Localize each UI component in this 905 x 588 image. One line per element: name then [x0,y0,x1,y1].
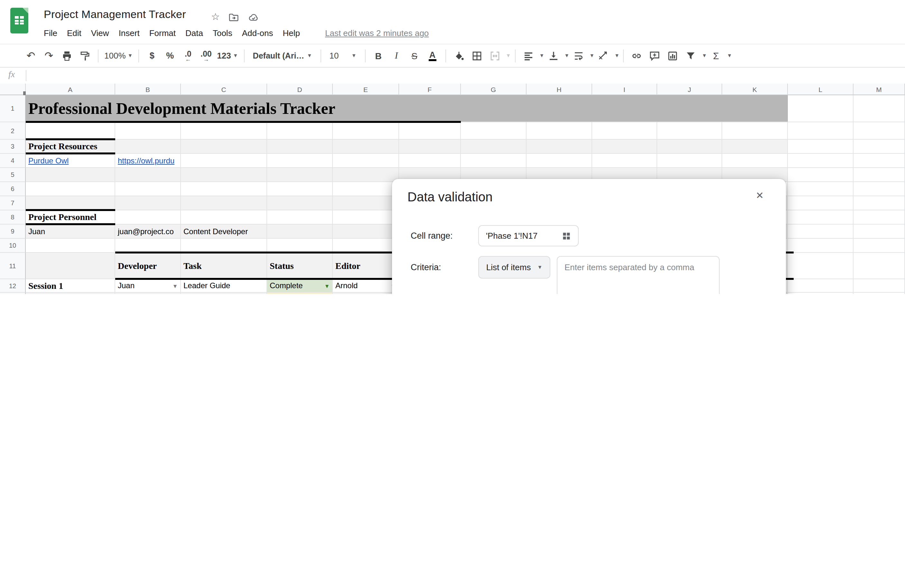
cell-K2[interactable] [722,122,788,139]
insert-chart-icon[interactable] [666,48,680,63]
cell-M6[interactable] [854,182,905,196]
font-family-select[interactable]: Default (Ari…▼ [250,48,315,63]
text-wrap-caret[interactable]: ▼ [589,53,594,59]
menu-view[interactable]: View [91,28,109,38]
cell-I4[interactable] [592,154,657,168]
cloud-saved-icon[interactable] [248,12,259,22]
cell-I2[interactable] [592,122,657,139]
undo-icon[interactable]: ↶ [24,48,38,63]
increase-decimal-icon[interactable]: .00→ [199,48,213,63]
cell-D6[interactable] [267,182,333,196]
cell-J2[interactable] [657,122,722,139]
print-icon[interactable] [60,48,74,63]
column-header-B[interactable]: B [115,84,181,95]
column-header-C[interactable]: C [181,84,267,95]
zoom-select[interactable]: 100%▼ [104,48,133,63]
cell-L6[interactable] [788,182,854,196]
cell-J3[interactable] [657,139,722,154]
text-rotation-caret[interactable]: ▼ [614,53,619,59]
row-header-4[interactable]: 4 [0,154,26,168]
cell-F4[interactable] [399,154,461,168]
vertical-align-caret[interactable]: ▼ [564,53,569,59]
cell-E2[interactable] [333,122,399,139]
cell-K3[interactable] [722,139,788,154]
cell-G3[interactable] [461,139,527,154]
cell-J4[interactable] [657,154,722,168]
cell-L1[interactable] [788,95,854,122]
column-header-A[interactable]: A [26,84,115,95]
cell-B10[interactable] [115,239,181,253]
bold-icon[interactable]: B [372,48,386,63]
cell-B2[interactable] [115,122,181,139]
insert-link-icon[interactable] [630,48,644,63]
cell-E10[interactable] [333,239,399,253]
cell-A6[interactable] [26,182,115,196]
vertical-align-icon[interactable] [546,48,560,63]
cell-L8[interactable] [788,210,854,225]
cell-L3[interactable] [788,139,854,154]
row-header-8[interactable]: 8 [0,210,26,225]
cell-dropdown-B13[interactable]: ▾ [171,293,179,294]
cell-L2[interactable] [788,122,854,139]
menu-file[interactable]: File [44,28,57,38]
row-header-7[interactable]: 7 [0,196,26,210]
cell-D7[interactable] [267,196,333,210]
filter-caret[interactable]: ▼ [702,53,707,59]
cell-M4[interactable] [854,154,905,168]
last-edit-link[interactable]: Last edit was 2 minutes ago [325,28,429,38]
cell-M3[interactable] [854,139,905,154]
cell-E6[interactable] [333,182,399,196]
cell-F3[interactable] [399,139,461,154]
row-header-9[interactable]: 9 [0,225,26,239]
cell-A2[interactable] [26,122,115,139]
cell-M7[interactable] [854,196,905,210]
cell-D2[interactable] [267,122,333,139]
cell-K4[interactable] [722,154,788,168]
menu-edit[interactable]: Edit [67,28,81,38]
cell-C7[interactable] [181,196,267,210]
cell-C8[interactable] [181,210,267,225]
insert-comment-icon[interactable] [648,48,662,63]
cell-C4[interactable] [181,154,267,168]
column-header-D[interactable]: D [267,84,333,95]
cell-C2[interactable] [181,122,267,139]
cell-L12[interactable] [788,279,854,293]
cell-E3[interactable] [333,139,399,154]
cell-L13[interactable] [788,293,854,294]
cell-dropdown-D12[interactable]: ▾ [323,279,331,293]
column-header-L[interactable]: L [788,84,854,95]
cell-M8[interactable] [854,210,905,225]
cell-L10[interactable] [788,239,854,253]
text-color-icon[interactable]: A [426,48,440,63]
row-header-11[interactable]: 11 [0,253,26,279]
column-header-G[interactable]: G [461,84,527,95]
text-rotation-icon[interactable] [596,48,611,63]
menu-tools[interactable]: Tools [213,28,232,38]
cell-H3[interactable] [527,139,592,154]
row-header-13[interactable]: 13 [0,293,26,294]
close-icon[interactable]: ✕ [756,190,764,201]
cell-C5[interactable] [181,168,267,182]
document-title[interactable]: Project Management Tracker [44,8,186,21]
menu-insert[interactable]: Insert [119,28,140,38]
star-icon[interactable]: ☆ [211,11,220,22]
cell-C6[interactable] [181,182,267,196]
menu-data[interactable]: Data [186,28,203,38]
cell-D10[interactable] [267,239,333,253]
cell-A13[interactable] [26,293,115,294]
cell-F2[interactable] [399,122,461,139]
cell-dropdown-B12[interactable]: ▾ [171,279,179,293]
cell-A10[interactable] [26,239,115,253]
cell-D5[interactable] [267,168,333,182]
cell-E5[interactable] [333,168,399,182]
cell-G4[interactable] [461,154,527,168]
cell-L4[interactable] [788,154,854,168]
filter-icon[interactable] [684,48,698,63]
cell-M5[interactable] [854,168,905,182]
formula-bar[interactable]: fx [0,68,905,84]
decrease-decimal-icon[interactable]: .0← [181,48,195,63]
functions-icon[interactable]: Σ [709,48,723,63]
menu-addons[interactable]: Add-ons [242,28,273,38]
text-wrap-icon[interactable] [571,48,586,63]
column-header-K[interactable]: K [722,84,788,95]
